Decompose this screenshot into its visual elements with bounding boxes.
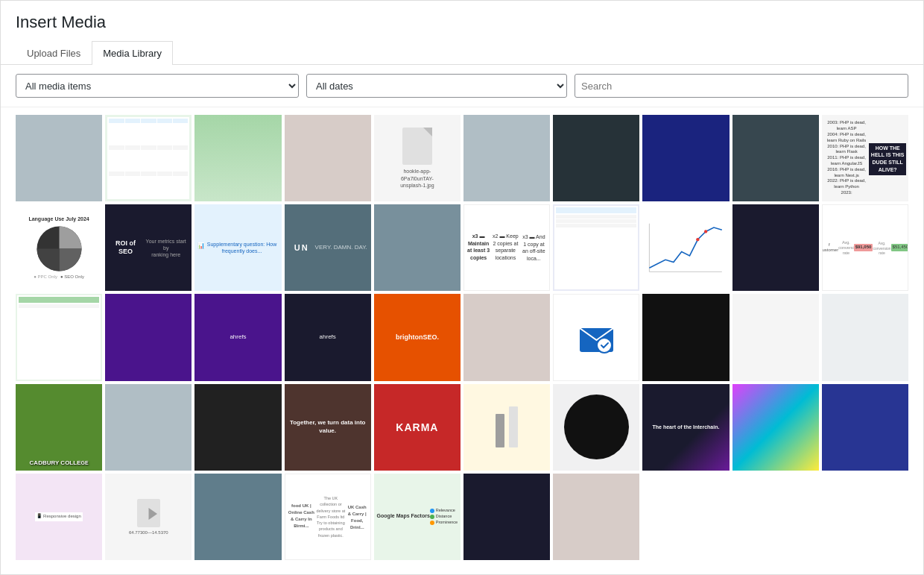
media-item[interactable]: 64.77300—14.5370: [105, 474, 192, 560]
dialog-title: Insert Media: [16, 13, 908, 32]
media-grid: hookle-app-6Pa7l0unTAY-unsplash-1.jpg 20…: [16, 115, 908, 560]
media-item[interactable]: food UK | Online Cash & Carry In Birmi..…: [285, 474, 371, 560]
media-item[interactable]: [374, 204, 461, 291]
media-item[interactable]: [463, 384, 550, 471]
search-input[interactable]: [575, 74, 908, 98]
media-item[interactable]: [553, 115, 639, 201]
media-type-filter[interactable]: All media itemsImagesAudioVideo: [16, 74, 299, 98]
media-item-lang-use[interactable]: Language Use July 2024 ● PPC Only ● SEO …: [16, 204, 102, 291]
media-item[interactable]: 📱 Responsive design: [16, 474, 102, 560]
date-filter[interactable]: All datesJuly 2024June 2024May 2024: [306, 74, 567, 98]
media-item[interactable]: Google Maps Factors Relevance Distance P…: [374, 474, 461, 560]
media-item[interactable]: brightonSEO.: [374, 294, 461, 380]
svg-point-6: [597, 338, 612, 353]
media-item[interactable]: [732, 115, 819, 201]
media-grid-container[interactable]: hookle-app-6Pa7l0unTAY-unsplash-1.jpg 20…: [1, 107, 923, 574]
media-item[interactable]: 📊 Supplementary question: How frequently…: [194, 204, 281, 291]
media-item[interactable]: [642, 294, 729, 380]
media-item[interactable]: KARMA: [374, 384, 461, 471]
tab-media-library[interactable]: Media Library: [92, 41, 173, 65]
media-item[interactable]: [732, 384, 819, 471]
media-item[interactable]: CADBURY COLLEGE: [16, 384, 102, 471]
media-item[interactable]: [732, 204, 819, 291]
media-item[interactable]: [463, 115, 550, 201]
media-item[interactable]: [822, 384, 908, 471]
tab-bar: Upload Files Media Library: [16, 41, 908, 64]
media-item[interactable]: [194, 384, 281, 471]
media-item[interactable]: [105, 115, 192, 201]
svg-point-4: [704, 230, 707, 233]
media-item[interactable]: [463, 474, 550, 560]
media-item[interactable]: [285, 115, 371, 201]
media-item[interactable]: ahrefs: [285, 294, 371, 380]
toolbar: All media itemsImagesAudioVideo All date…: [1, 65, 923, 107]
media-item[interactable]: [553, 204, 639, 291]
media-item[interactable]: [822, 294, 908, 380]
media-item[interactable]: [553, 294, 639, 380]
media-item[interactable]: [463, 294, 550, 380]
tab-upload[interactable]: Upload Files: [16, 41, 92, 65]
media-item[interactable]: [553, 384, 639, 471]
media-item[interactable]: [194, 474, 281, 560]
media-item[interactable]: hookle-app-6Pa7l0unTAY-unsplash-1.jpg: [374, 115, 461, 201]
media-item[interactable]: Together, we turn data into value.: [285, 384, 371, 471]
media-item[interactable]: [16, 294, 102, 380]
media-item[interactable]: [16, 115, 102, 201]
media-item[interactable]: [553, 474, 639, 560]
svg-point-3: [697, 238, 700, 241]
media-item[interactable]: [105, 384, 192, 471]
media-item[interactable]: x3 ▬ Maintain at least 3 copies x2 ▬ Kee…: [463, 204, 550, 291]
media-item[interactable]: ROI of SEO Your metrics start byranking …: [105, 204, 192, 291]
media-item[interactable]: 2003: PHP is dead, learn ASP2004: PHP is…: [822, 115, 908, 201]
media-item[interactable]: [732, 294, 819, 380]
insert-media-dialog: Insert Media Upload Files Media Library …: [0, 0, 924, 575]
media-item[interactable]: UN VERY. DAMN. DAY.: [285, 204, 371, 291]
media-item[interactable]: [105, 294, 192, 380]
media-item[interactable]: ahrefs: [194, 294, 281, 380]
media-item[interactable]: [642, 115, 729, 201]
dialog-header: Insert Media Upload Files Media Library: [1, 1, 923, 65]
media-item[interactable]: [642, 204, 729, 291]
media-item[interactable]: The heart of the Interchain.: [642, 384, 729, 471]
media-item[interactable]: f customer Avg. conversi rate $91,050 Av…: [822, 204, 908, 291]
media-item[interactable]: [194, 115, 281, 201]
